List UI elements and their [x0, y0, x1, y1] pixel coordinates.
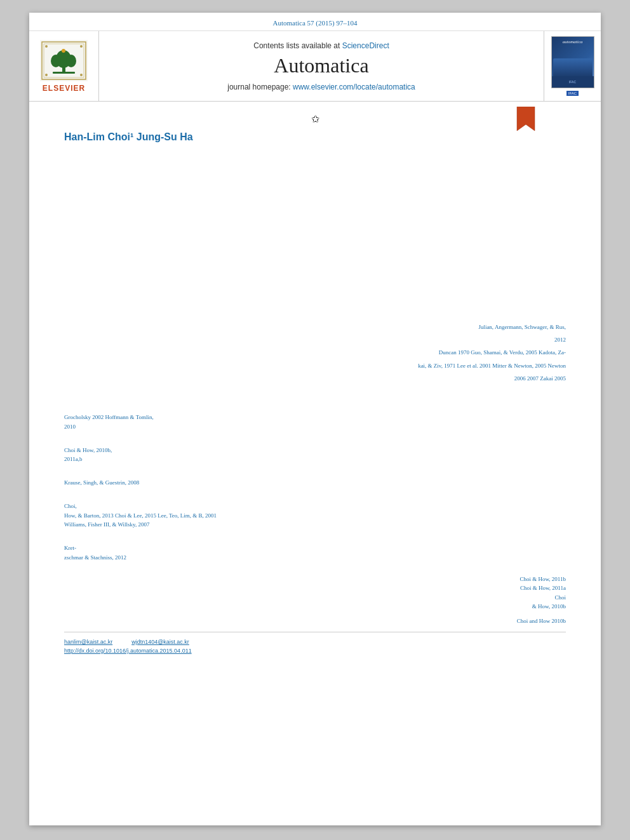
svg-point-11: [45, 74, 48, 76]
left-body-text: [64, 244, 309, 253]
cover-image-container: automatica IFAC IFAC: [544, 31, 601, 101]
final-left-body-2: [64, 589, 309, 599]
final-cite-3-text[interactable]: Choi: [554, 594, 566, 601]
journal-header: ELSEVIER Contents lists available at Sci…: [29, 31, 601, 102]
cite-how-barton: How, & Barton, 2013 Choi & Lee, 2015 Lee…: [64, 511, 309, 520]
two-column-section: [64, 244, 566, 316]
cite-choi-line-text[interactable]: Choi,: [64, 503, 77, 509]
doi-link[interactable]: http://dx.doi.org/10.1016/j.automatica.2…: [64, 648, 566, 654]
cite-choi-how: Choi & How, 2010b,: [64, 446, 309, 455]
bottom-two-col: Grocholsky 2002 Hoffmann & Tomlin, 2010 …: [64, 399, 566, 563]
top-right-citation-block: Julian, Angermann, Schwager, & Rus, 2012…: [64, 323, 566, 383]
cite-spacer: [321, 611, 566, 617]
cite-krause-text[interactable]: Krause, Singh, & Guestrin, 2008: [64, 479, 139, 486]
final-cite-5: Choi and How 2010b: [321, 617, 566, 625]
right-body-text: [321, 244, 566, 253]
bright-body-5: [321, 456, 566, 465]
page: Automatica 57 (2015) 97–104: [29, 13, 601, 825]
svg-point-10: [80, 45, 83, 48]
citation-kadota: kai, & Ziv, 1971 Lee et al. 2001 Mitter …: [64, 361, 566, 370]
bright-body-8: [321, 500, 566, 509]
cite-2010: 2010: [64, 422, 309, 431]
svg-rect-7: [53, 72, 75, 74]
top-citation-bar: Automatica 57 (2015) 97–104: [29, 13, 601, 31]
bright-body-4: [321, 442, 566, 451]
cite-grocholsky: Grocholsky 2002 Hoffmann & Tomlin,: [64, 413, 309, 422]
final-cite-2-text[interactable]: Choi & How, 2011a: [520, 585, 566, 591]
final-cite-5-text[interactable]: Choi and How 2010b: [517, 618, 566, 624]
cite-williams-text[interactable]: Williams, Fisher III, & Willsky, 2007: [64, 521, 150, 528]
bleft-body-3: [64, 464, 309, 474]
right-body-text-2: [321, 258, 566, 268]
cite-krause: Krause, Singh, & Guestrin, 2008: [64, 478, 309, 487]
body-paragraph-2: [64, 178, 566, 187]
journal-citation[interactable]: Automatica 57 (2015) 97–104: [273, 19, 358, 27]
bleft-body-4: [64, 488, 309, 497]
cite-2010-text[interactable]: 2010: [64, 423, 76, 430]
authors-line: Han-Lim Choi¹ Jung-Su Ha: [64, 131, 566, 143]
homepage-link[interactable]: www.elsevier.com/locate/automatica: [293, 83, 415, 91]
citation-zakai-line[interactable]: 2006 2007 Zakai 2005: [514, 375, 566, 382]
email-2[interactable]: wjdtn1404@kaist.ac.kr: [131, 639, 189, 645]
elsevier-brand-label: ELSEVIER: [43, 84, 85, 93]
right-body-text-4: [321, 287, 566, 297]
bottom-left-col: Grocholsky 2002 Hoffmann & Tomlin, 2010 …: [64, 399, 315, 563]
body-paragraph-4: [64, 204, 566, 214]
left-body-text-5: [64, 302, 309, 311]
journal-cover-image: automatica IFAC: [551, 36, 594, 88]
final-cite-4-text[interactable]: & How, 2010b: [532, 603, 566, 610]
citation-2012: 2012: [64, 335, 566, 344]
svg-point-6: [66, 55, 76, 67]
body-paragraph-5: [64, 218, 566, 227]
cite-2011ab-text[interactable]: 2011a,b: [64, 456, 82, 462]
cite-how-barton-text[interactable]: How, & Barton, 2013 Choi & Lee, 2015 Lee…: [64, 512, 217, 519]
cite-kret-text[interactable]: Kret-: [64, 545, 76, 551]
elsevier-tree-icon: [40, 40, 88, 81]
bright-body-7: [321, 485, 566, 495]
spacer-2: [64, 562, 566, 571]
citation-julian-line1[interactable]: Julian, Angermann, Schwager, & Rus,: [478, 324, 566, 330]
journal-info-center: Contents lists available at ScienceDirec…: [99, 31, 544, 101]
bleft-body-2: [64, 431, 309, 441]
cite-2011ab: 2011a,b: [64, 455, 309, 463]
body-paragraph-1: [64, 165, 566, 175]
bookmark-container: [516, 107, 539, 130]
cite-grocholsky-text[interactable]: Grocholsky 2002 Hoffmann & Tomlin,: [64, 414, 154, 420]
bright-body-6: [321, 470, 566, 480]
citation-zakai: 2006 2007 Zakai 2005: [64, 374, 566, 383]
final-cite-1-text[interactable]: Choi & How, 2011b: [519, 576, 566, 582]
bookmark-icon: [516, 107, 536, 132]
left-column: [64, 244, 315, 316]
left-body-text-4: [64, 287, 309, 297]
final-cite-3: Choi: [321, 593, 566, 602]
elsevier-logo-container: ELSEVIER: [29, 31, 99, 101]
bleft-body-1: [64, 399, 309, 408]
final-cite-2: Choi & How, 2011a: [321, 583, 566, 592]
contact-emails: hanlim@kaist.ac.kr wjdtn1404@kaist.ac.kr: [64, 639, 566, 645]
citation-2012-line[interactable]: 2012: [554, 337, 566, 343]
citation-duncan: Duncan 1970 Guo, Shamai, & Verdu, 2005 K…: [64, 348, 566, 357]
cite-choi-line: Choi,: [64, 502, 309, 510]
final-right: Choi & How, 2011b Choi & How, 2011a Choi…: [315, 575, 566, 625]
homepage-line: journal homepage: www.elsevier.com/locat…: [227, 83, 415, 91]
right-column: [315, 244, 566, 316]
svg-point-8: [62, 49, 65, 53]
citation-duncan-line[interactable]: Duncan 1970 Guo, Shamai, & Verdu, 2005 K…: [439, 349, 566, 356]
citation-julian: Julian, Angermann, Schwager, & Rus,: [64, 323, 566, 331]
cite-zschmar: zschmar & Stachniss, 2012: [64, 553, 309, 562]
journal-title: Automatica: [274, 54, 368, 77]
bright-body-1: [321, 399, 566, 408]
citation-kadota-line[interactable]: kai, & Ziv, 1971 Lee et al. 2001 Mitter …: [418, 363, 566, 369]
cite-choi-how-text[interactable]: Choi & How, 2010b,: [64, 447, 112, 453]
body-paragraph-3: [64, 191, 566, 201]
final-two-col: Choi & How, 2011b Choi & How, 2011a Choi…: [64, 575, 566, 625]
spacer-1: [64, 387, 566, 395]
svg-point-5: [51, 55, 61, 67]
email-1[interactable]: hanlim@kaist.ac.kr: [64, 639, 112, 645]
bleft-body-5: [64, 530, 309, 539]
star-icon: ✩: [311, 114, 319, 124]
svg-point-9: [45, 45, 48, 48]
sciencedirect-anchor[interactable]: ScienceDirect: [342, 41, 389, 50]
cite-kret: Kret-: [64, 543, 309, 552]
cite-zschmar-text[interactable]: zschmar & Stachniss, 2012: [64, 554, 126, 561]
